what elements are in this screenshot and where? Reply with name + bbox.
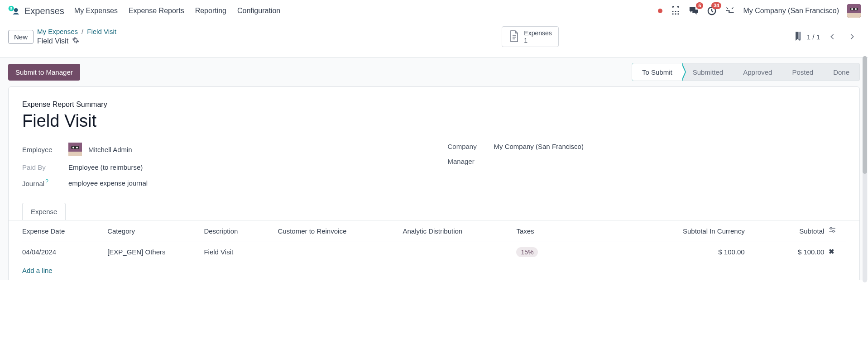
pager-count[interactable]: 1 / 1 (807, 33, 820, 41)
report-title[interactable]: Field Visit (22, 111, 846, 131)
col-category[interactable]: Category (107, 220, 204, 242)
status-submitted[interactable]: Submitted (683, 63, 734, 81)
label-journal: Journal? (22, 178, 62, 187)
col-analytic[interactable]: Analytic Distribution (403, 220, 516, 242)
form-view: Submit to Manager To Submit Submitted Ap… (0, 57, 868, 280)
cell-analytic[interactable] (403, 242, 516, 262)
table-row[interactable]: 04/04/2024 [EXP_GEN] Others Field Visit … (22, 242, 846, 262)
breadcrumb-leaf[interactable]: Field Visit (87, 27, 116, 36)
form-sheet: Expense Report Summary Field Visit Emplo… (8, 86, 860, 280)
app-title[interactable]: Expenses (24, 6, 64, 16)
cell-description[interactable]: Field Visit (204, 242, 278, 262)
svg-rect-5 (678, 11, 679, 12)
dialer-icon[interactable] (671, 6, 681, 16)
record-name: Field Visit (37, 36, 68, 46)
add-line-link[interactable]: Add a line (22, 262, 53, 279)
svg-point-13 (855, 8, 857, 10)
col-customer[interactable]: Customer to Reinvoice (278, 220, 403, 242)
top-nav: $ Expenses My Expenses Expense Reports R… (0, 0, 868, 22)
svg-point-2 (14, 8, 18, 12)
nav-expense-reports[interactable]: Expense Reports (129, 7, 184, 15)
value-employee[interactable]: Mitchell Admin (88, 146, 132, 153)
stat-count: 1 (524, 37, 551, 44)
tax-tag[interactable]: 15% (516, 247, 538, 257)
delete-row-icon[interactable]: ✖ (829, 248, 834, 255)
optional-columns-icon[interactable] (829, 228, 836, 235)
breadcrumb-parent[interactable]: My Expenses (37, 27, 78, 36)
svg-rect-14 (847, 13, 861, 18)
stat-expenses-button[interactable]: Expenses 1 (502, 26, 558, 47)
recording-indicator-icon (658, 9, 662, 13)
cell-taxes[interactable]: 15% (516, 242, 619, 262)
label-paid-by: Paid By (22, 163, 62, 171)
status-to-submit[interactable]: To Submit (632, 63, 683, 81)
submit-to-manager-button[interactable]: Submit to Manager (8, 64, 80, 81)
debug-icon[interactable] (725, 6, 735, 16)
col-date[interactable]: Expense Date (22, 220, 107, 242)
gear-icon[interactable] (72, 37, 79, 46)
label-company: Company (448, 143, 488, 150)
col-description[interactable]: Description (204, 220, 278, 242)
document-icon (508, 30, 519, 44)
svg-point-21 (76, 147, 78, 148)
col-taxes[interactable]: Taxes (516, 220, 619, 242)
nav-reporting[interactable]: Reporting (195, 7, 226, 15)
cell-customer[interactable] (278, 242, 403, 262)
expense-lines-table: Expense Date Category Description Custom… (9, 220, 859, 280)
value-paid-by[interactable]: Employee (to reimburse) (68, 163, 143, 171)
activity-icon[interactable]: 34 (707, 6, 717, 16)
svg-rect-4 (675, 11, 676, 12)
status-bar: To Submit Submitted Approved Posted Done (632, 63, 860, 81)
tab-expense[interactable]: Expense (22, 203, 66, 220)
bookmark-icon[interactable] (794, 31, 802, 43)
control-panel: New My Expenses / Field Visit Field Visi… (0, 22, 868, 57)
value-journal[interactable]: employee expense journal (68, 179, 148, 187)
messages-icon[interactable]: 5 (689, 6, 699, 16)
new-button[interactable]: New (8, 30, 34, 44)
svg-text:$: $ (10, 6, 13, 10)
svg-rect-6 (672, 14, 674, 15)
messages-badge: 5 (696, 2, 703, 9)
svg-rect-11 (850, 8, 858, 10)
employee-avatar (68, 143, 82, 156)
svg-point-12 (851, 8, 853, 10)
status-approved[interactable]: Approved (733, 63, 782, 81)
svg-rect-3 (672, 11, 674, 12)
scrollbar[interactable] (863, 56, 867, 280)
breadcrumb-separator: / (82, 27, 83, 36)
label-employee: Employee (22, 146, 62, 153)
summary-label: Expense Report Summary (22, 100, 846, 109)
svg-rect-7 (675, 14, 676, 15)
company-switcher[interactable]: My Company (San Francisco) (743, 7, 839, 15)
nav-menu: My Expenses Expense Reports Reporting Co… (74, 7, 280, 15)
value-company[interactable]: My Company (San Francisco) (494, 143, 584, 150)
activity-badge: 34 (711, 2, 721, 9)
app-icon[interactable]: $ (7, 5, 20, 17)
svg-point-24 (830, 228, 832, 229)
tabs: Expense (22, 203, 846, 220)
nav-my-expenses[interactable]: My Expenses (74, 7, 118, 15)
pager-next-button[interactable] (844, 29, 860, 44)
pager: 1 / 1 (794, 29, 860, 44)
col-subtotal[interactable]: Subtotal (749, 220, 829, 242)
user-avatar[interactable] (847, 4, 861, 18)
svg-point-26 (833, 230, 834, 232)
stat-label: Expenses (524, 29, 551, 37)
breadcrumb: My Expenses / Field Visit Field Visit (37, 27, 116, 46)
col-subtotal-currency[interactable]: Subtotal In Currency (619, 220, 749, 242)
svg-rect-19 (71, 146, 79, 149)
nav-configuration[interactable]: Configuration (237, 7, 280, 15)
cell-category[interactable]: [EXP_GEN] Others (107, 242, 204, 262)
cell-date[interactable]: 04/04/2024 (22, 242, 107, 262)
help-icon[interactable]: ? (45, 178, 48, 185)
svg-rect-22 (68, 152, 82, 156)
cell-subtotal[interactable]: $ 100.00 (749, 242, 829, 262)
svg-rect-8 (678, 14, 679, 15)
status-posted[interactable]: Posted (782, 63, 823, 81)
pager-prev-button[interactable] (825, 29, 840, 44)
systray: 5 34 My Company (San Francisco) (658, 4, 861, 18)
action-bar: Submit to Manager To Submit Submitted Ap… (8, 57, 860, 86)
status-done[interactable]: Done (823, 63, 859, 81)
cell-subtotal-currency[interactable]: $ 100.00 (619, 242, 749, 262)
label-manager: Manager (448, 158, 488, 165)
